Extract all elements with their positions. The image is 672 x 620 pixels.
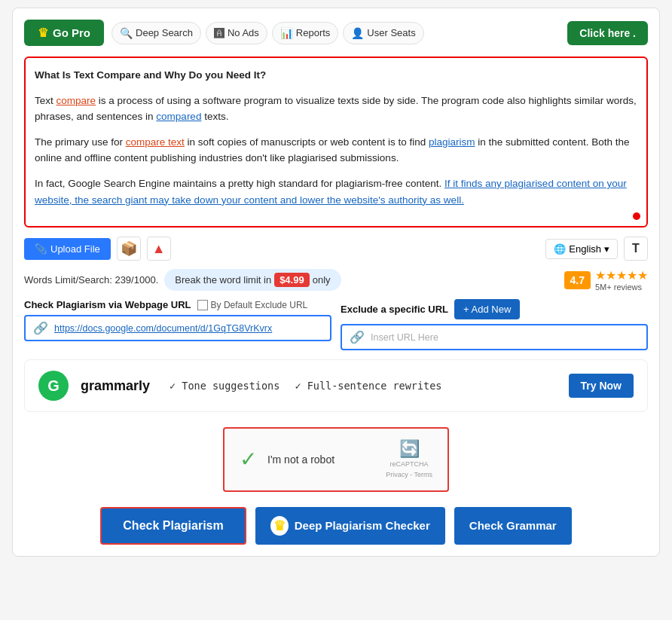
language-label: English — [569, 243, 601, 255]
insert-url-placeholder: Insert URL Here — [371, 332, 438, 343]
gdrive-button[interactable]: ▲ — [147, 237, 171, 261]
webpage-url-input[interactable]: 🔗 https://docs.google.com/document/d/1Gq… — [24, 315, 331, 341]
dropbox-button[interactable]: 📦 — [117, 237, 141, 261]
upload-file-button[interactable]: 📎 Upload File — [24, 238, 111, 260]
webpage-url-header: Check Plagiarism via Webpage URL By Defa… — [24, 299, 331, 310]
captcha-box[interactable]: ✓ I'm not a robot 🔄 reCAPTCHA Privacy - … — [223, 427, 449, 491]
captcha-section: ✓ I'm not a robot 🔄 reCAPTCHA Privacy - … — [24, 427, 648, 491]
search-icon: 🔍 — [120, 27, 133, 39]
words-limit-row: Words Limit/Search: 239/1000. Break the … — [24, 268, 648, 292]
no-ads-icon: 🅰 — [214, 27, 225, 39]
url-section: Check Plagiarism via Webpage URL By Defa… — [24, 299, 648, 350]
recaptcha-privacy: Privacy - Terms — [386, 471, 432, 480]
go-pro-label: Go Pro — [53, 26, 90, 39]
captcha-checkmark-icon: ✓ — [240, 447, 257, 472]
reports-icon: 📊 — [280, 27, 293, 39]
scroll-indicator — [633, 212, 640, 220]
try-now-button[interactable]: Try Now — [569, 374, 634, 398]
exclude-link-icon: 🔗 — [350, 330, 365, 344]
reviews-count: 5M+ reviews — [595, 283, 648, 292]
feature-reports[interactable]: 📊 Reports — [272, 22, 339, 44]
break-text-pre: Break the word limit in — [175, 274, 271, 286]
link-icon: 🔗 — [33, 321, 48, 335]
grammarly-logo: G — [38, 371, 69, 401]
dropbox-icon: 📦 — [121, 240, 137, 257]
upload-label: Upload File — [50, 243, 100, 255]
check-plagiarism-button[interactable]: Check Plagiarism — [100, 507, 246, 545]
webpage-url-label: Check Plagiarism via Webpage URL — [24, 299, 191, 310]
grammarly-feature-1: Tone suggestions — [170, 380, 279, 392]
crown-icon: ♛ — [38, 26, 48, 40]
click-here-button[interactable]: Click here . — [567, 21, 648, 45]
file-toolbar: 📎 Upload File 📦 ▲ 🌐 English ▾ T — [24, 237, 648, 261]
recaptcha-text: reCAPTCHA — [390, 460, 429, 469]
exclude-url-label: By Default Exclude URL — [211, 300, 308, 310]
text-heading: What Is Text Compare and Why Do you Need… — [35, 69, 266, 81]
font-icon: T — [632, 242, 640, 255]
recaptcha-icon: 🔄 — [399, 439, 420, 459]
chevron-down-icon: ▾ — [604, 243, 609, 255]
top-bar: ♛ Go Pro 🔍 Deep Search 🅰 No Ads 📊 Report… — [24, 20, 648, 46]
font-size-button[interactable]: T — [624, 237, 648, 261]
break-word-limit-pill[interactable]: Break the word limit in $4.99 only — [164, 269, 341, 291]
checkbox[interactable] — [197, 300, 208, 310]
feature-no-ads-label: No Ads — [228, 27, 259, 38]
go-pro-button[interactable]: ♛ Go Pro — [24, 20, 104, 46]
gdrive-icon: ▲ — [152, 241, 166, 257]
grammarly-features: Tone suggestions Full-sentence rewrites — [170, 380, 556, 392]
break-text-post: only — [313, 274, 331, 286]
top-features: 🔍 Deep Search 🅰 No Ads 📊 Reports 👤 User … — [111, 22, 560, 44]
feature-user-seats[interactable]: 👤 User Seats — [343, 22, 423, 44]
deep-plagiarism-label: Deep Plagiarism Checker — [295, 519, 430, 532]
upload-icon: 📎 — [35, 243, 47, 255]
exclude-url-checkbox[interactable]: By Default Exclude URL — [197, 300, 308, 310]
rating-box: 4.7 ★★★★★ 5M+ reviews — [564, 268, 648, 292]
text-content: What Is Text Compare and Why Do you Need… — [35, 67, 637, 208]
captcha-label: I'm not a robot — [267, 454, 375, 466]
deep-crown-icon: ♛ — [270, 516, 289, 536]
feature-reports-label: Reports — [296, 27, 331, 38]
exclude-url-block: Exclude a specific URL + Add New 🔗 Inser… — [341, 299, 648, 350]
feature-no-ads[interactable]: 🅰 No Ads — [206, 22, 267, 44]
exclude-url-input[interactable]: 🔗 Insert URL Here — [341, 324, 648, 350]
price-badge: $4.99 — [274, 273, 310, 287]
stars: ★★★★★ — [595, 268, 648, 283]
grammarly-feature-2: Full-sentence rewrites — [295, 380, 441, 392]
text-input-area[interactable]: What Is Text Compare and Why Do you Need… — [24, 57, 648, 228]
grammarly-banner: G grammarly Tone suggestions Full-senten… — [24, 359, 648, 412]
bottom-buttons: Check Plagiarism ♛ Deep Plagiarism Check… — [24, 507, 648, 545]
webpage-url-block: Check Plagiarism via Webpage URL By Defa… — [24, 299, 331, 341]
grammarly-logo-letter: G — [47, 377, 60, 395]
feature-deep-search[interactable]: 🔍 Deep Search — [111, 22, 201, 44]
feature-deep-search-label: Deep Search — [136, 27, 193, 38]
words-limit-label: Words Limit/Search: 239/1000. — [24, 274, 158, 286]
deep-plagiarism-button[interactable]: ♛ Deep Plagiarism Checker — [255, 507, 445, 545]
globe-icon: 🌐 — [554, 243, 566, 255]
language-selector[interactable]: 🌐 English ▾ — [545, 239, 618, 259]
recaptcha-logo: 🔄 reCAPTCHA Privacy - Terms — [386, 439, 432, 479]
grammarly-name: grammarly — [81, 378, 150, 394]
user-seats-icon: 👤 — [351, 27, 364, 39]
url-value: https://docs.google.com/document/d/1GqTG… — [54, 323, 272, 334]
feature-user-seats-label: User Seats — [367, 27, 415, 38]
rating-number: 4.7 — [564, 271, 591, 289]
check-grammar-button[interactable]: Check Grammar — [454, 507, 572, 545]
add-new-button[interactable]: + Add New — [454, 299, 520, 319]
exclude-url-section-label: Exclude a specific URL — [341, 304, 448, 315]
exclude-url-header: Exclude a specific URL + Add New — [341, 299, 648, 319]
